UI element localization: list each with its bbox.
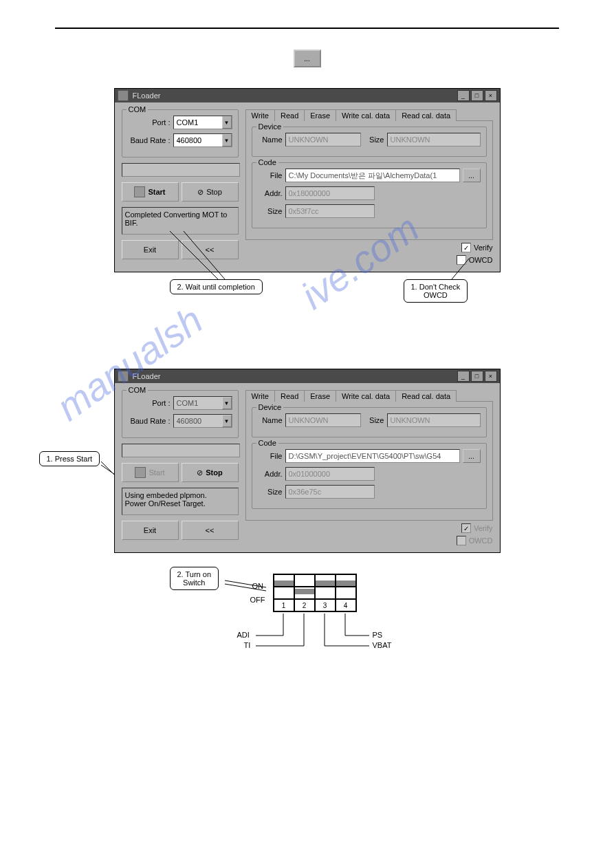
port-value[interactable] [174, 117, 222, 128]
switch-3: 3 [315, 599, 336, 611]
start-button[interactable]: Start [122, 463, 179, 482]
switch-1: 1 [274, 599, 294, 611]
code-size-field: 0x53f7cc [285, 204, 375, 218]
file-label: File [258, 452, 283, 460]
browse-button[interactable]: ... [463, 449, 481, 463]
maximize-button[interactable]: □ [471, 371, 483, 382]
baud-label: Baud Rate : [128, 136, 171, 144]
exit-button[interactable]: Exit [122, 240, 179, 259]
tab-erase[interactable]: Erase [304, 390, 336, 402]
floader-window-2: FLoader _ □ × COM Port : ▼ [114, 369, 501, 553]
back-button[interactable]: << [182, 240, 239, 259]
code-fieldset: Code File C:\My Documents\받은 파일\AlchemyD… [252, 162, 487, 228]
ps-label: PS [373, 631, 383, 639]
com-fieldset: COM Port : ▼ Baud Rate : [122, 390, 239, 438]
tab-read[interactable]: Read [274, 390, 305, 402]
port-combo[interactable]: ▼ [173, 116, 232, 129]
verify-label: Verify [474, 524, 493, 532]
monitor-icon [134, 186, 145, 197]
device-fieldset: Device Name UNKNOWN Size UNKNOWN [252, 407, 487, 437]
window-title: FLoader [133, 91, 456, 100]
stop-label: Stop [206, 188, 222, 196]
app-icon [118, 90, 129, 101]
owcd-label: OWCD [469, 256, 493, 264]
close-button[interactable]: × [485, 371, 497, 382]
start-label: Start [148, 188, 165, 196]
callout-wait-completion: 2. Wait until completion [170, 279, 263, 294]
ti-label: TI [244, 641, 251, 649]
addr-field: 0x18000000 [285, 186, 375, 200]
owcd-label: OWCD [469, 536, 493, 545]
stop-button[interactable]: ⊘ Stop [182, 182, 239, 202]
floader-window-1: FLoader _ □ × COM Port : ▼ [114, 88, 501, 272]
device-size-label: Size [364, 135, 384, 144]
dropdown-icon: ▼ [222, 415, 232, 427]
baud-label: Baud Rate : [128, 417, 171, 425]
titlebar: FLoader _ □ × [115, 369, 500, 383]
switch-4: 4 [336, 599, 356, 611]
status-text: Using embeded plpmon. Power On/Reset Tar… [122, 488, 239, 515]
device-size-field: UNKNOWN [387, 133, 481, 147]
port-label: Port : [128, 399, 171, 407]
file-field[interactable]: D:\GSM\Y_project\EVENT\G5400\PT\sw\G54 [285, 449, 460, 463]
tab-write[interactable]: Write [245, 390, 275, 402]
addr-field: 0x01000000 [285, 467, 375, 481]
verify-checkbox[interactable]: ✓ [461, 243, 471, 252]
stop-button[interactable]: ⊘ Stop [182, 463, 239, 482]
ellipsis-button-sample: ... [294, 50, 321, 67]
device-size-field: UNKNOWN [387, 413, 481, 427]
dropdown-icon: ▼ [222, 397, 232, 409]
com-fieldset: COM Port : ▼ Baud Rate : [122, 109, 239, 158]
minimize-button[interactable]: _ [457, 90, 470, 101]
stop-icon: ⊘ [197, 188, 204, 197]
switch-diagram: 2. Turn on Switch ON OFF [177, 567, 438, 691]
device-name-label: Name [258, 416, 283, 424]
port-combo: ▼ [173, 396, 232, 410]
tab-read-cal[interactable]: Read cal. data [395, 109, 457, 121]
callout-turn-on-switch: 2. Turn on Switch [170, 567, 219, 590]
start-label: Start [149, 468, 164, 477]
device-name-field: UNKNOWN [285, 133, 361, 147]
exit-button[interactable]: Exit [122, 521, 179, 540]
tab-erase[interactable]: Erase [304, 109, 336, 121]
monitor-icon [135, 467, 146, 478]
baud-combo[interactable]: ▼ [173, 133, 232, 147]
on-label: ON [252, 582, 264, 590]
code-legend: Code [256, 158, 278, 166]
progress-bar [122, 163, 240, 177]
tab-read[interactable]: Read [274, 109, 305, 121]
ellipsis-label: ... [304, 55, 309, 63]
verify-checkbox: ✓ [461, 523, 471, 533]
device-legend: Device [256, 122, 284, 131]
callout-press-start: 1. Press Start [39, 451, 100, 466]
adi-label: ADI [237, 631, 250, 639]
progress-bar [122, 444, 240, 457]
close-button[interactable]: × [485, 90, 497, 101]
baud-value[interactable] [174, 135, 222, 146]
code-size-label: Size [258, 488, 283, 496]
stop-label: Stop [206, 468, 222, 477]
tab-read-cal[interactable]: Read cal. data [395, 390, 457, 402]
tabpanel: Device Name UNKNOWN Size UNKNOWN Code [245, 120, 493, 240]
tabpanel: Device Name UNKNOWN Size UNKNOWN Code [245, 401, 493, 521]
browse-button[interactable]: ... [463, 169, 481, 182]
tab-write-cal[interactable]: Write cal. data [336, 390, 396, 402]
stop-icon: ⊘ [197, 468, 203, 477]
owcd-checkbox [457, 536, 466, 545]
tabs: Write Read Erase Write cal. data Read ca… [245, 109, 493, 121]
code-fieldset: Code File D:\GSM\Y_project\EVENT\G5400\P… [252, 443, 487, 509]
tab-write[interactable]: Write [245, 109, 275, 121]
dropdown-icon[interactable]: ▼ [222, 116, 232, 129]
file-field[interactable]: C:\My Documents\받은 파일\AlchemyData(1 [285, 169, 460, 182]
device-size-label: Size [364, 416, 384, 424]
tab-write-cal[interactable]: Write cal. data [336, 109, 396, 121]
addr-label: Addr. [258, 189, 283, 197]
dropdown-icon[interactable]: ▼ [222, 134, 232, 147]
back-button[interactable]: << [182, 521, 239, 540]
owcd-checkbox[interactable] [457, 255, 466, 265]
com-legend: COM [127, 105, 149, 113]
maximize-button[interactable]: □ [471, 90, 483, 101]
device-name-field: UNKNOWN [285, 413, 361, 427]
minimize-button[interactable]: _ [457, 371, 470, 382]
start-button[interactable]: Start [122, 182, 179, 202]
